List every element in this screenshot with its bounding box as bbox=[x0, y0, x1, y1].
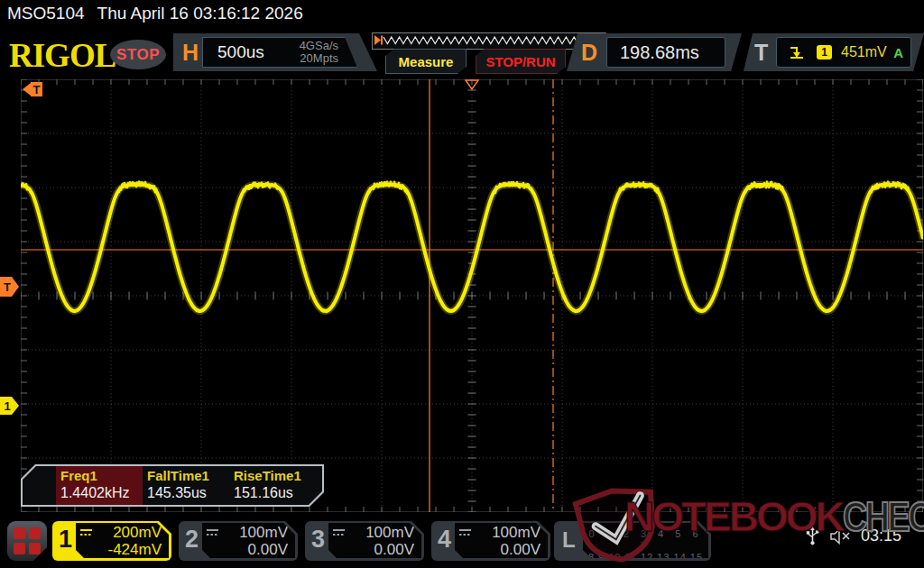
trigger-offscreen-marker[interactable]: T bbox=[23, 82, 42, 96]
channel1-offset-flag[interactable]: 1 bbox=[0, 397, 20, 415]
horizontal-position-strip[interactable] bbox=[372, 32, 606, 50]
measurement-risetime1[interactable]: RiseTime1 151.16us bbox=[234, 468, 317, 501]
tray-clock: 03:15 bbox=[861, 527, 901, 545]
logic-channels-box[interactable]: L 0 1 2 3 4 5 6 7 8 9 10 11 12 13 14 15 bbox=[554, 521, 711, 561]
channel3-box[interactable]: 3 100mV 0.00V bbox=[305, 521, 424, 561]
acquisition-rates: 4GSa/s 20Mpts bbox=[300, 40, 338, 65]
horizontal-menu-box[interactable]: H 500us 4GSa/s 20Mpts bbox=[173, 33, 377, 71]
memory-depth: 20Mpts bbox=[300, 51, 338, 65]
speaker-muted-icon bbox=[830, 527, 854, 545]
measurement-freq1[interactable]: Freq1 1.4402kHz bbox=[60, 468, 143, 501]
svg-text:1: 1 bbox=[4, 399, 10, 413]
datetime: Thu April 16 03:16:12 2026 bbox=[97, 4, 303, 23]
memory-waveform-preview bbox=[373, 33, 604, 47]
trigger-falling-edge-icon bbox=[788, 45, 806, 60]
logic-channel-numbers: 0 1 2 3 4 5 6 7 8 9 10 11 12 13 14 15 bbox=[583, 523, 708, 558]
trigger-menu-box[interactable]: T 1 451mV A bbox=[744, 33, 924, 71]
trigger-level-flag[interactable]: T bbox=[0, 277, 20, 297]
channel-status-bar: 1 200mV -424mV 2 100mV 0.00V 3 bbox=[0, 518, 924, 568]
channel3-scale: 100mV bbox=[365, 524, 414, 541]
channel4-box[interactable]: 4 100mV 0.00V bbox=[431, 521, 550, 561]
run-state-badge: STOP bbox=[110, 40, 166, 69]
main-menu-button[interactable] bbox=[7, 521, 47, 561]
trigger-display[interactable]: 1 451mV A bbox=[776, 37, 911, 68]
trigger-label: T bbox=[754, 33, 768, 71]
channel1-box[interactable]: 1 200mV -424mV bbox=[52, 521, 171, 561]
trigger-source-badge: 1 bbox=[817, 45, 832, 60]
timebase-value: 500us bbox=[217, 42, 264, 62]
trigger-sweep-mode: A bbox=[893, 45, 903, 60]
channel2-box[interactable]: 2 100mV 0.00V bbox=[179, 521, 298, 561]
stop-run-button[interactable]: STOP/RUN bbox=[476, 49, 566, 74]
model-name: MSO5104 bbox=[7, 4, 85, 23]
measurement-falltime1[interactable]: FallTime1 145.35us bbox=[147, 468, 230, 501]
svg-text:T: T bbox=[33, 83, 41, 96]
trigger-level-value: 451mV bbox=[841, 44, 887, 60]
measurement-panel: Freq1 1.4402kHz FallTime1 145.35us RiseT… bbox=[21, 464, 324, 507]
channel4-scale: 100mV bbox=[492, 524, 541, 541]
dc-coupling-icon bbox=[206, 528, 219, 537]
channel1-scale: 200mV bbox=[113, 524, 162, 541]
channel2-offset: 0.00V bbox=[248, 541, 288, 558]
usb-icon bbox=[806, 527, 819, 545]
waveform-graticule: T bbox=[21, 79, 923, 512]
delay-value: 198.68ms bbox=[620, 42, 699, 63]
channel2-scale: 100mV bbox=[239, 524, 288, 541]
menu-grid-icon bbox=[14, 527, 41, 554]
channel3-offset: 0.00V bbox=[374, 541, 414, 558]
sample-rate: 4GSa/s bbox=[300, 39, 338, 52]
channel4-offset: 0.00V bbox=[501, 541, 541, 558]
delay-display[interactable]: 198.68ms bbox=[606, 37, 725, 68]
system-tray: 03:15 bbox=[806, 527, 901, 545]
svg-text:T: T bbox=[4, 280, 11, 294]
dc-coupling-icon bbox=[458, 528, 472, 537]
dc-coupling-icon bbox=[332, 528, 346, 537]
rigol-logo: RIGOL bbox=[9, 36, 116, 75]
horizontal-label: H bbox=[182, 33, 199, 71]
delay-label: D bbox=[581, 33, 597, 71]
measure-button[interactable]: Measure bbox=[385, 49, 467, 74]
timebase-display[interactable]: 500us 4GSa/s 20Mpts bbox=[202, 37, 357, 68]
delay-menu-box[interactable]: D 198.68ms bbox=[567, 33, 742, 71]
channel1-offset: -424mV bbox=[107, 541, 162, 558]
dc-coupling-icon bbox=[79, 528, 93, 537]
status-bar: MSO5104Thu April 16 03:16:12 2026 bbox=[7, 4, 303, 23]
